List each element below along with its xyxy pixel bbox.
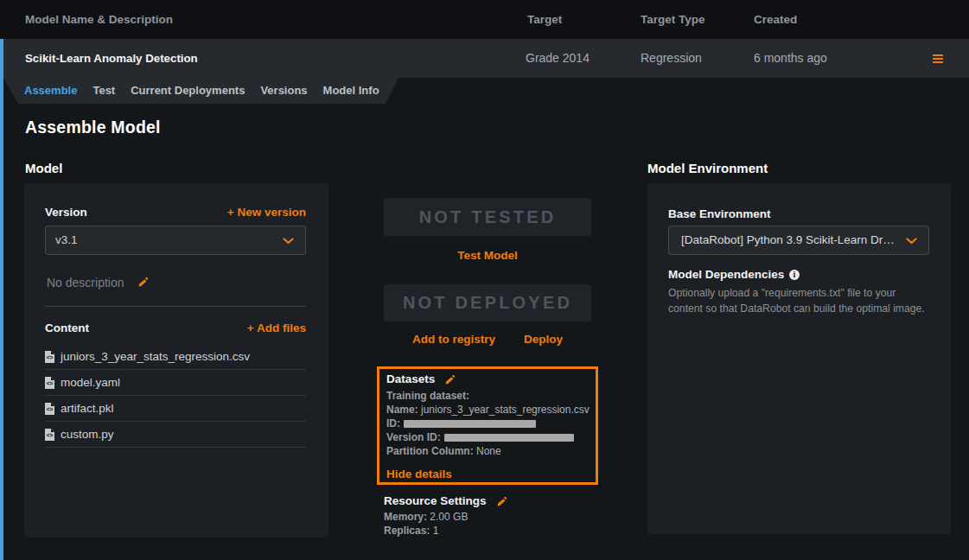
file-row[interactable]: <> artifact.pkl [45,396,306,422]
edit-resource-settings-icon[interactable] [496,495,508,507]
datasets-section: Datasets Training dataset: Name: juniors… [377,366,598,485]
partition-column-label: Partition Column: [386,445,474,457]
tab-test[interactable]: Test [92,78,115,104]
file-name: custom.py [61,422,114,448]
tab-model-info[interactable]: Model Info [323,78,379,104]
row-menu-icon[interactable] [933,54,943,64]
column-model-name: Model Name & Description [25,0,173,39]
card-divider [45,306,306,307]
model-dependencies-label: Model Dependencies [668,268,784,281]
test-model-button[interactable]: Test Model [457,249,518,262]
dataset-id-label: ID: [386,417,400,430]
chevron-down-icon [906,238,917,245]
base-environment-value: [DataRobot] Python 3.9 Scikit-Learn Dr… [681,226,895,254]
chevron-down-icon [283,238,294,245]
dataset-name-label: Name: [386,404,418,416]
file-name: artifact.pkl [61,396,114,422]
page-title: Assemble Model [25,118,161,137]
tab-bar: Assemble Test Current Deployments Versio… [3,78,398,104]
column-target-type: Target Type [641,0,705,39]
description-text: No description [47,276,124,290]
dataset-version-id-redacted [444,434,574,442]
tab-current-deployments[interactable]: Current Deployments [131,78,245,104]
file-icon: <> [45,351,54,363]
model-card: Version + New version v3.1 No descriptio… [24,183,328,538]
training-dataset-label: Training dataset: [386,390,469,402]
edit-description-icon[interactable] [137,276,150,288]
file-name: model.yaml [61,370,120,396]
info-icon[interactable]: i [789,270,800,280]
file-icon: <> [45,403,54,415]
column-created: Created [754,0,797,39]
model-section-heading: Model [25,161,62,175]
dataset-name-value: juniors_3_year_stats_regression.csv [421,404,590,416]
resource-settings-row: Resource Settings [384,494,508,507]
file-row[interactable]: <> model.yaml [45,370,306,396]
table-header: Model Name & Description Target Target T… [0,0,969,39]
file-row[interactable]: <> custom.py [45,422,306,448]
model-created: 6 months ago [754,39,827,78]
resource-settings-heading: Resource Settings [384,494,487,507]
environment-section-heading: Model Environment [647,161,768,175]
dataset-id-redacted [404,420,536,428]
base-environment-select[interactable]: [DataRobot] Python 3.9 Scikit-Learn Dr… [668,226,929,255]
add-to-registry-button[interactable]: Add to registry [412,333,495,346]
test-model-row: Test Model [384,247,591,263]
datasets-heading: Datasets [386,372,435,385]
file-name: juniors_3_year_stats_regression.csv [61,344,250,370]
tab-assemble[interactable]: Assemble [24,78,77,104]
content-label: Content [45,321,89,334]
hide-details-button[interactable]: Hide details [386,468,452,480]
svg-text:<>: <> [47,405,54,411]
column-target: Target [527,0,562,39]
version-label: Version [45,206,87,219]
file-row[interactable]: <> juniors_3_year_stats_regression.csv [45,344,306,370]
dependencies-help-text: Optionally upload a "requirements.txt" f… [668,286,925,317]
file-list: <> juniors_3_year_stats_regression.csv <… [45,344,306,448]
model-target: Grade 2014 [526,39,590,78]
deploy-button[interactable]: Deploy [524,333,563,346]
model-target-type: Regression [641,39,702,78]
svg-text:<>: <> [47,353,54,360]
file-icon: <> [45,429,54,441]
dataset-version-id-label: Version ID: [386,431,441,443]
file-icon: <> [45,377,54,389]
model-name: Scikit-Learn Anomaly Detection [25,39,198,78]
deploy-links-row: Add to registry Deploy [384,333,591,346]
replicas-value: 1 [433,525,439,537]
selected-row-accent-bar [0,39,3,560]
replicas-line: Replicas: 1 [384,525,438,537]
version-select[interactable]: v3.1 [45,226,306,255]
add-files-button[interactable]: + Add files [247,321,306,334]
svg-text:<>: <> [47,379,54,385]
new-version-button[interactable]: + New version [227,206,306,219]
base-environment-label: Base Environment [668,207,771,220]
version-select-value: v3.1 [55,226,78,254]
not-tested-badge: NOT TESTED [384,198,591,236]
tab-versions[interactable]: Versions [260,78,307,104]
model-row[interactable]: Scikit-Learn Anomaly Detection Grade 201… [0,39,969,78]
memory-line: Memory: 2.00 GB [384,511,468,523]
edit-datasets-icon[interactable] [444,373,456,385]
environment-card: Base Environment [DataRobot] Python 3.9 … [647,183,951,534]
replicas-label: Replicas: [384,525,430,537]
not-deployed-badge: NOT DEPLOYED [384,284,591,321]
partition-column-value: None [476,445,501,457]
memory-label: Memory: [384,511,427,523]
memory-value: 2.00 GB [430,511,468,523]
svg-text:<>: <> [47,431,54,437]
